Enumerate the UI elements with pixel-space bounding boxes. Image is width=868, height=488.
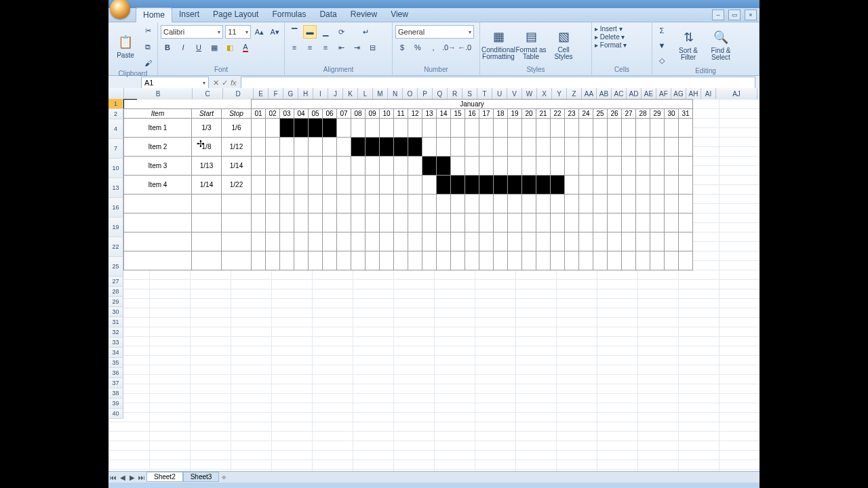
cell[interactable]	[266, 176, 280, 195]
cell[interactable]: 06	[323, 109, 337, 119]
cell[interactable]: 10	[380, 109, 394, 119]
column-header[interactable]: Q	[433, 88, 448, 99]
cell[interactable]: 11	[394, 109, 408, 119]
formula-bar[interactable]	[241, 77, 755, 89]
percent-icon[interactable]: %	[411, 41, 425, 54]
column-header[interactable]: D	[223, 88, 254, 99]
cell[interactable]	[465, 251, 479, 270]
cell[interactable]	[451, 214, 465, 232]
cell[interactable]	[394, 176, 408, 195]
cell[interactable]	[551, 176, 565, 195]
cell[interactable]	[222, 251, 252, 270]
column-header[interactable]: AD	[627, 88, 642, 99]
cell[interactable]	[337, 157, 351, 176]
cell[interactable]	[665, 214, 679, 232]
cell[interactable]: Item 4	[124, 176, 192, 195]
new-sheet-icon[interactable]: ✧	[219, 474, 229, 481]
cell[interactable]	[508, 176, 522, 195]
cell[interactable]	[280, 157, 294, 176]
cell[interactable]	[192, 100, 222, 109]
cell[interactable]	[522, 138, 536, 157]
cell[interactable]: 22	[551, 109, 565, 119]
cell[interactable]	[252, 195, 266, 214]
cell[interactable]	[593, 251, 608, 270]
cell[interactable]	[479, 157, 494, 176]
cell[interactable]	[679, 157, 693, 176]
cell[interactable]	[366, 138, 380, 157]
enter-formula-icon[interactable]: ✓	[222, 79, 228, 87]
cell[interactable]	[579, 157, 593, 176]
cell[interactable]	[437, 119, 451, 138]
cell[interactable]	[465, 214, 479, 232]
cell[interactable]	[380, 176, 394, 195]
cell[interactable]	[323, 214, 337, 232]
cell[interactable]	[508, 251, 522, 270]
cell[interactable]	[522, 195, 536, 214]
cell[interactable]	[380, 214, 394, 232]
decrease-decimal-icon[interactable]: ←.0	[458, 41, 471, 54]
cell[interactable]: 07	[337, 109, 351, 119]
cell[interactable]	[494, 176, 508, 195]
conditional-formatting-button[interactable]: ▦Conditional Formatting	[483, 25, 514, 64]
column-header[interactable]: Y	[552, 88, 567, 99]
cell[interactable]	[124, 100, 192, 109]
cell[interactable]	[422, 214, 437, 232]
row-header[interactable]: 40	[108, 409, 123, 419]
cell[interactable]	[351, 195, 366, 214]
row-header[interactable]: 7	[108, 139, 123, 159]
cell[interactable]	[309, 214, 323, 232]
cell[interactable]	[508, 232, 522, 251]
cell[interactable]	[437, 214, 451, 232]
cell[interactable]	[650, 214, 665, 232]
sort-filter-button[interactable]: ⇅Sort & Filter	[673, 26, 704, 65]
cell[interactable]	[565, 157, 579, 176]
cell[interactable]	[579, 232, 593, 251]
cell[interactable]	[494, 157, 508, 176]
cell[interactable]	[124, 251, 192, 270]
cell[interactable]	[551, 119, 565, 138]
cell[interactable]: 1/6	[222, 119, 252, 138]
cell[interactable]	[351, 214, 366, 232]
ribbon-tab-insert[interactable]: Insert	[172, 7, 206, 22]
cell[interactable]	[366, 251, 380, 270]
cell[interactable]	[366, 232, 380, 251]
cell[interactable]	[309, 176, 323, 195]
cell[interactable]: 04	[294, 109, 309, 119]
cell[interactable]	[508, 195, 522, 214]
cell[interactable]	[494, 195, 508, 214]
cell[interactable]	[479, 232, 494, 251]
cell[interactable]: 03	[280, 109, 294, 119]
row-header[interactable]: 37	[108, 378, 123, 388]
cell[interactable]: Item 1	[124, 119, 192, 138]
border-button[interactable]: ▦	[208, 41, 221, 54]
cell[interactable]	[252, 138, 266, 157]
row-header[interactable]: 34	[108, 348, 123, 358]
cell[interactable]: 1/3	[192, 119, 222, 138]
cell[interactable]	[294, 138, 309, 157]
cell[interactable]	[351, 251, 366, 270]
cell[interactable]	[579, 214, 593, 232]
cell[interactable]	[337, 176, 351, 195]
cell[interactable]	[551, 138, 565, 157]
align-center-icon[interactable]: ≡	[303, 41, 317, 54]
column-header[interactable]: K	[343, 88, 358, 99]
row-header[interactable]: 32	[108, 327, 123, 338]
cell[interactable]: 28	[636, 109, 650, 119]
cell[interactable]	[593, 232, 608, 251]
cell[interactable]	[266, 138, 280, 157]
row-header[interactable]: 22	[108, 237, 123, 257]
column-header[interactable]: U	[492, 88, 507, 99]
cell[interactable]	[309, 251, 323, 270]
ribbon-tab-page-layout[interactable]: Page Layout	[206, 7, 265, 22]
cell[interactable]	[451, 251, 465, 270]
cell[interactable]	[437, 157, 451, 176]
cell[interactable]: 30	[665, 109, 679, 119]
cell[interactable]	[222, 232, 252, 251]
column-header[interactable]: H	[298, 88, 313, 99]
cell[interactable]	[565, 195, 579, 214]
cell[interactable]	[465, 176, 479, 195]
cell[interactable]	[536, 232, 551, 251]
italic-button[interactable]: I	[176, 41, 190, 54]
cell[interactable]	[437, 176, 451, 195]
column-header[interactable]: F	[269, 88, 283, 99]
